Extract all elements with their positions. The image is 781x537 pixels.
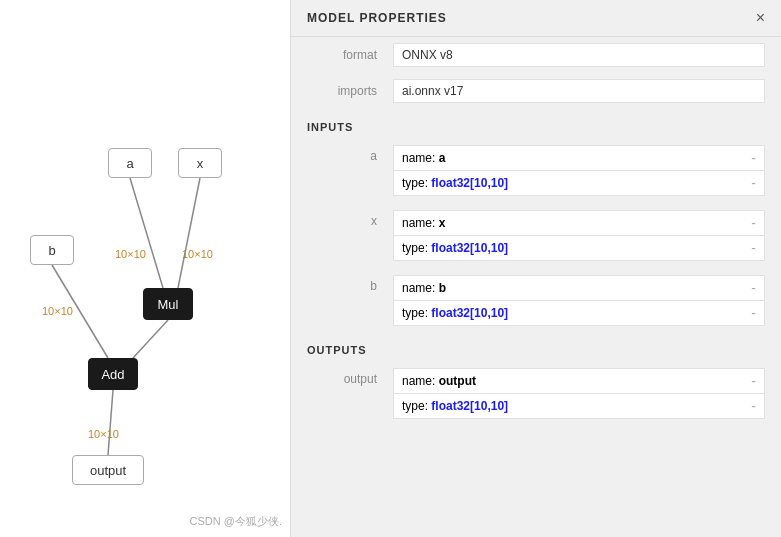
- input-block-a: a name: a - type: float32[10,10] -: [291, 141, 781, 202]
- input-name-value-b: b: [439, 281, 446, 295]
- input-type-label-a: type: float32[10,10]: [402, 176, 508, 190]
- input-type-label-x: type: float32[10,10]: [402, 241, 508, 255]
- properties-header: MODEL PROPERTIES ×: [291, 0, 781, 37]
- input-dash-b: -: [751, 280, 756, 296]
- output-row: output name: output - type: float32[10,1…: [291, 364, 781, 425]
- output-id: output: [307, 368, 377, 386]
- output-dash: -: [751, 373, 756, 389]
- input-name-row-x: name: x -: [393, 210, 765, 235]
- input-name-value-x: x: [439, 216, 446, 230]
- input-name-row-a: name: a -: [393, 145, 765, 170]
- input-block-x: x name: x - type: float32[10,10] -: [291, 206, 781, 267]
- svg-line-0: [130, 178, 163, 288]
- output-type-value: float32[10,10]: [431, 399, 508, 413]
- input-id-x: x: [307, 210, 377, 228]
- format-value: ONNX v8: [393, 43, 765, 67]
- input-name-label-a: name: a: [402, 151, 445, 165]
- input-name-label-b: name: b: [402, 281, 446, 295]
- node-a[interactable]: a: [108, 148, 152, 178]
- input-details-x: name: x - type: float32[10,10] -: [393, 210, 765, 263]
- output-details: name: output - type: float32[10,10] -: [393, 368, 765, 421]
- output-name-value: output: [439, 374, 476, 388]
- watermark: CSDN @今狐少侠.: [190, 514, 282, 529]
- output-type-dash: -: [751, 398, 756, 414]
- properties-title: MODEL PROPERTIES: [307, 11, 447, 25]
- node-mul-label: Mul: [158, 297, 179, 312]
- format-row: format ONNX v8: [291, 37, 781, 73]
- node-add-label: Add: [101, 367, 124, 382]
- edge-label-add-output: 10×10: [88, 428, 119, 440]
- edge-label-b-add: 10×10: [42, 305, 73, 317]
- outputs-section-header: OUTPUTS: [291, 336, 781, 364]
- output-type-label: type: float32[10,10]: [402, 399, 508, 413]
- input-details-b: name: b - type: float32[10,10] -: [393, 275, 765, 328]
- svg-line-3: [133, 320, 168, 358]
- node-output-label: output: [90, 463, 126, 478]
- input-row-a: a name: a - type: float32[10,10] -: [291, 141, 781, 202]
- input-details-a: name: a - type: float32[10,10] -: [393, 145, 765, 198]
- imports-label: imports: [307, 84, 377, 98]
- format-label: format: [307, 48, 377, 62]
- node-x[interactable]: x: [178, 148, 222, 178]
- input-block-b: b name: b - type: float32[10,10] -: [291, 271, 781, 332]
- input-id-b: b: [307, 275, 377, 293]
- output-block: output name: output - type: float32[10,1…: [291, 364, 781, 425]
- input-name-value-a: a: [439, 151, 446, 165]
- node-b[interactable]: b: [30, 235, 74, 265]
- node-mul[interactable]: Mul: [143, 288, 193, 320]
- input-type-value-x: float32[10,10]: [431, 241, 508, 255]
- node-b-label: b: [48, 243, 55, 258]
- graph-panel: a x b 10×10 10×10 10×10 Mul Add 10×10 ou…: [0, 0, 290, 537]
- input-type-row-x: type: float32[10,10] -: [393, 235, 765, 261]
- input-row-b: b name: b - type: float32[10,10] -: [291, 271, 781, 332]
- input-name-label-x: name: x: [402, 216, 445, 230]
- input-type-label-b: type: float32[10,10]: [402, 306, 508, 320]
- node-add[interactable]: Add: [88, 358, 138, 390]
- output-type-row: type: float32[10,10] -: [393, 393, 765, 419]
- imports-row: imports ai.onnx v17: [291, 73, 781, 109]
- node-x-label: x: [197, 156, 204, 171]
- output-name-row: name: output -: [393, 368, 765, 393]
- input-row-x: x name: x - type: float32[10,10] -: [291, 206, 781, 267]
- input-type-row-a: type: float32[10,10] -: [393, 170, 765, 196]
- properties-panel: MODEL PROPERTIES × format ONNX v8 import…: [290, 0, 781, 537]
- input-name-row-b: name: b -: [393, 275, 765, 300]
- edge-label-x-mul: 10×10: [182, 248, 213, 260]
- input-type-value-a: float32[10,10]: [431, 176, 508, 190]
- svg-line-4: [108, 390, 113, 455]
- node-a-label: a: [126, 156, 133, 171]
- input-dash-x: -: [751, 215, 756, 231]
- imports-value: ai.onnx v17: [393, 79, 765, 103]
- svg-line-1: [178, 178, 200, 288]
- edge-label-a-mul: 10×10: [115, 248, 146, 260]
- input-type-dash-x: -: [751, 240, 756, 256]
- input-type-value-b: float32[10,10]: [431, 306, 508, 320]
- output-name-label: name: output: [402, 374, 476, 388]
- input-type-dash-a: -: [751, 175, 756, 191]
- input-type-dash-b: -: [751, 305, 756, 321]
- inputs-section-header: INPUTS: [291, 113, 781, 141]
- input-dash-a: -: [751, 150, 756, 166]
- input-type-row-b: type: float32[10,10] -: [393, 300, 765, 326]
- input-id-a: a: [307, 145, 377, 163]
- graph-svg: [0, 0, 290, 537]
- close-button[interactable]: ×: [756, 10, 765, 26]
- node-output[interactable]: output: [72, 455, 144, 485]
